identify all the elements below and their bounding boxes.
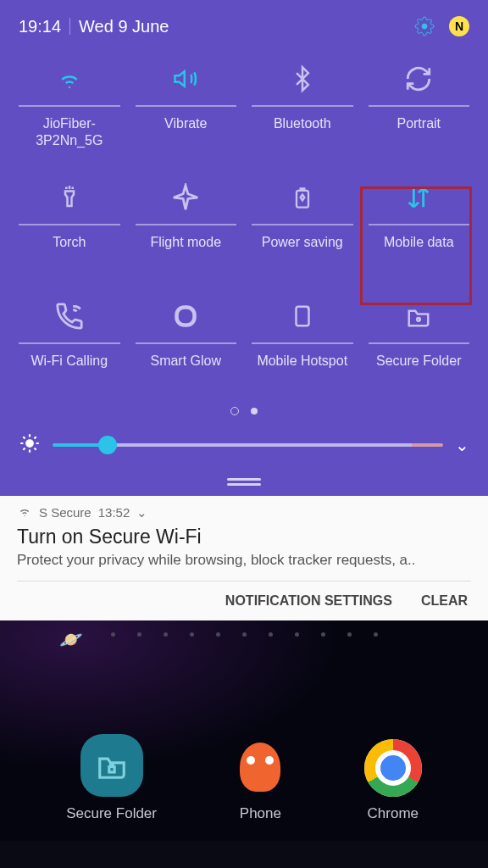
app-label: Phone	[240, 805, 281, 822]
app-chrome[interactable]: Chrome	[364, 739, 422, 822]
tile-torch[interactable]: Torch	[19, 180, 120, 268]
tile-label: Mobile data	[384, 234, 454, 268]
tile-label: Flight mode	[150, 234, 221, 268]
tile-label: Bluetooth	[274, 115, 331, 149]
app-phone[interactable]: Phone	[235, 736, 286, 822]
slider-thumb[interactable]	[98, 436, 117, 454]
glow-icon	[170, 301, 201, 335]
notification-time: 13:52	[98, 505, 130, 520]
svg-point-5	[417, 318, 420, 321]
brightness-slider[interactable]	[53, 443, 443, 447]
phone-wifi-icon	[55, 302, 84, 334]
data-arrows-icon	[404, 183, 433, 215]
tile-label: Portrait	[396, 115, 441, 149]
page-indicator[interactable]	[19, 407, 469, 415]
notification-body: Protect your privacy while browsing, blo…	[17, 552, 471, 569]
page-dot	[230, 407, 239, 415]
svg-point-7	[24, 515, 25, 516]
tile-bluetooth[interactable]: Bluetooth	[252, 61, 353, 149]
status-bar: 19:14 Wed 9 June N	[19, 15, 469, 37]
tile-label: Mobile Hotspot	[257, 353, 347, 387]
rotate-icon	[404, 64, 433, 97]
svg-point-1	[69, 86, 71, 89]
wifi-small-icon	[17, 504, 32, 520]
notification-settings-button[interactable]: NOTIFICATION SETTINGS	[225, 593, 392, 609]
notification-header[interactable]: S Secure 13:52 ⌄	[17, 504, 471, 520]
tile-label: JioFiber-3P2Nn_5G	[19, 115, 120, 149]
notification-title: Turn on Secure Wi-Fi	[17, 526, 471, 548]
tile-label: Smart Glow	[150, 353, 221, 387]
panel-drag-handle[interactable]	[19, 473, 469, 487]
airplane-icon	[171, 183, 200, 215]
notification-actions: NOTIFICATION SETTINGS CLEAR	[17, 581, 471, 620]
tile-label: Torch	[53, 234, 86, 268]
bluetooth-icon	[290, 64, 315, 97]
svg-point-0	[422, 24, 427, 29]
tile-wifi-calling[interactable]: Wi-Fi Calling	[19, 298, 120, 387]
hotspot-icon	[290, 302, 315, 334]
tile-label: Secure Folder	[376, 353, 462, 387]
brightness-row: ⌄	[19, 432, 469, 458]
menu-badge[interactable]: N	[449, 16, 469, 36]
page-dot-active	[251, 408, 258, 415]
wifi-icon	[54, 66, 85, 95]
quick-settings-panel: 19:14 Wed 9 June N JioFiber-3P2Nn_5G Vib…	[0, 0, 488, 496]
planet-icon: 🪐	[59, 629, 82, 651]
tile-power-saving[interactable]: Power saving	[252, 180, 353, 268]
svg-point-6	[26, 440, 34, 448]
settings-gear-icon[interactable]	[413, 15, 435, 37]
tile-flight-mode[interactable]: Flight mode	[136, 180, 237, 268]
torch-icon	[57, 182, 82, 216]
svg-rect-3	[177, 308, 195, 326]
chevron-down-icon[interactable]: ⌄	[136, 505, 147, 520]
chevron-down-icon[interactable]: ⌄	[455, 435, 469, 455]
secure-folder-app-icon	[80, 734, 143, 797]
chrome-app-icon	[364, 739, 422, 797]
date: Wed 9 June	[79, 17, 169, 36]
svg-rect-8	[108, 767, 114, 772]
clear-button[interactable]: CLEAR	[421, 593, 468, 609]
brightness-icon	[19, 432, 41, 458]
app-label: Secure Folder	[66, 805, 157, 822]
tile-label: Power saving	[262, 234, 343, 268]
notification-app-name: S Secure	[39, 505, 92, 520]
secure-folder-icon	[404, 303, 433, 332]
tile-mobile-hotspot[interactable]: Mobile Hotspot	[252, 298, 353, 387]
phone-app-icon	[235, 736, 286, 797]
svg-rect-4	[296, 307, 308, 326]
quick-tiles-grid: JioFiber-3P2Nn_5G Vibrate Bluetooth Port…	[19, 61, 469, 387]
tile-mobile-data[interactable]: Mobile data	[369, 180, 470, 268]
tile-portrait[interactable]: Portrait	[369, 61, 470, 149]
tile-smart-glow[interactable]: Smart Glow	[136, 298, 237, 387]
tile-vibrate[interactable]: Vibrate	[136, 61, 237, 149]
tile-wifi[interactable]: JioFiber-3P2Nn_5G	[19, 61, 120, 149]
home-screen: 🪐 Secure Folder Phone Chrome	[0, 620, 488, 841]
tile-secure-folder[interactable]: Secure Folder	[369, 298, 470, 387]
app-label: Chrome	[368, 805, 419, 822]
status-separator	[69, 18, 70, 35]
tile-label: Wi-Fi Calling	[30, 353, 108, 387]
vibrate-icon	[170, 66, 201, 95]
notification-card[interactable]: S Secure 13:52 ⌄ Turn on Secure Wi-Fi Pr…	[0, 496, 488, 620]
clock: 19:14	[19, 17, 61, 36]
tile-label: Vibrate	[164, 115, 207, 149]
app-secure-folder[interactable]: Secure Folder	[66, 734, 157, 822]
battery-icon	[291, 183, 314, 215]
